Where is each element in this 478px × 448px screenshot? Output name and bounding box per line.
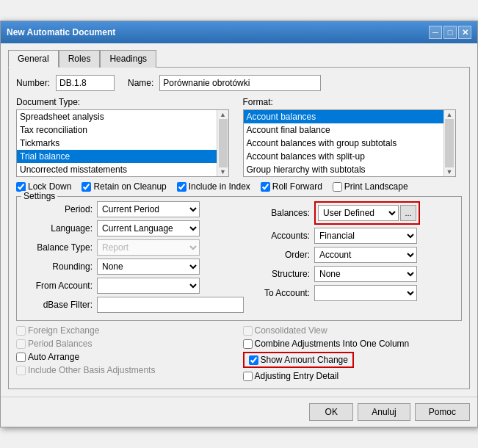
format-scrollbar[interactable]: ▲ ▼: [443, 110, 455, 176]
print-landscape-checkbox-item: Print Landscape: [333, 181, 408, 192]
tab-bar: General Roles Headings: [8, 49, 470, 67]
auto-arrange-checkbox[interactable]: [16, 353, 26, 362]
adjusting-entry-checkbox[interactable]: [243, 372, 253, 381]
number-name-row: Number: Name:: [16, 75, 462, 91]
structure-row: Structure: None Group Custom: [251, 266, 455, 282]
list-item[interactable]: Uncorrected misstatements: [17, 163, 217, 176]
lock-down-checkbox[interactable]: [16, 182, 26, 192]
adjusting-entry-item: Adjusting Entry Detail: [243, 371, 463, 381]
name-label: Name:: [128, 78, 153, 88]
doc-type-label: Document Type:: [16, 97, 80, 107]
format-label: Format:: [243, 97, 273, 107]
dbase-filter-input[interactable]: [97, 297, 244, 313]
include-other-item: Include Other Basis Adjustments: [16, 365, 236, 375]
checkboxes-row: Lock Down Retain on Cleanup Include in I…: [16, 181, 462, 192]
list-item[interactable]: Spreadsheet analysis: [17, 110, 217, 123]
structure-label: Structure:: [251, 269, 310, 279]
show-amount-highlighted: Show Amount Change: [243, 352, 354, 368]
doc-type-scrollbar[interactable]: ▲ ▼: [217, 110, 228, 176]
format-listbox-container: Account balances Account final balance A…: [243, 109, 456, 177]
from-account-label: From Account:: [23, 281, 93, 291]
language-row: Language: Current Language English Polis…: [23, 220, 244, 236]
to-account-select[interactable]: [314, 285, 417, 301]
scroll-track: [445, 119, 454, 167]
list-item[interactable]: Tickmarks: [17, 137, 217, 150]
tab-content-general: Number: Name: Document Type: Spreadsheet…: [8, 67, 470, 389]
order-label: Order:: [251, 250, 310, 260]
dialog-content: General Roles Headings Number: Name: Doc…: [1, 43, 477, 397]
help-button[interactable]: Pomoc: [415, 403, 470, 421]
period-row: Period: Current Period Prior Period Cust…: [23, 201, 244, 217]
period-select[interactable]: Current Period Prior Period Custom: [97, 201, 200, 217]
settings-box: Settings Period: Current Period Prior Pe…: [16, 196, 462, 321]
cancel-button[interactable]: Anuluj: [358, 403, 410, 421]
list-item[interactable]: Tax reconciliation: [17, 123, 217, 137]
maximize-button[interactable]: □: [443, 26, 457, 39]
structure-select[interactable]: None Group Custom: [314, 266, 417, 282]
consolidated-view-checkbox[interactable]: [243, 326, 253, 336]
consolidated-view-item: Consolidated View: [243, 325, 463, 336]
list-item[interactable]: Account balances with group subtotals: [244, 137, 443, 150]
include-other-checkbox[interactable]: [16, 366, 26, 375]
rounding-select[interactable]: None Thousands Millions: [97, 259, 200, 275]
show-amount-checkbox[interactable]: [249, 355, 258, 365]
to-account-label: To Account:: [251, 288, 310, 298]
scroll-down-icon[interactable]: ▼: [446, 167, 454, 176]
bottom-right-col: Consolidated View Combine Adjustments In…: [243, 325, 463, 381]
dbase-filter-row: dBase Filter:: [23, 297, 244, 313]
minimize-button[interactable]: ─: [429, 26, 442, 39]
format-col: Format: Account balances Account final b…: [243, 97, 463, 177]
retain-cleanup-checkbox[interactable]: [82, 182, 91, 192]
close-button[interactable]: ✕: [458, 26, 471, 39]
scroll-track: [219, 119, 228, 167]
tab-general[interactable]: General: [8, 50, 59, 68]
include-index-checkbox-item: Include in Index: [177, 181, 250, 192]
roll-forward-checkbox[interactable]: [261, 182, 270, 192]
order-select[interactable]: Account Name Custom: [314, 247, 417, 263]
combine-adjustments-checkbox[interactable]: [243, 339, 253, 349]
language-label: Language:: [23, 223, 93, 234]
title-bar: New Automatic Document ─ □ ✕: [1, 21, 477, 43]
period-balances-checkbox[interactable]: [16, 339, 26, 349]
foreign-exchange-item: Foreign Exchange: [16, 325, 236, 336]
scroll-up-icon[interactable]: ▲: [446, 110, 454, 119]
period-balances-label: Period Balances: [28, 339, 92, 349]
balance-type-select[interactable]: Report: [97, 239, 200, 256]
print-landscape-checkbox[interactable]: [333, 182, 342, 192]
doc-type-listbox[interactable]: Spreadsheet analysis Tax reconciliation …: [17, 110, 217, 176]
include-index-checkbox[interactable]: [177, 182, 187, 192]
dbase-filter-label: dBase Filter:: [23, 300, 93, 310]
show-amount-label: Show Amount Change: [261, 355, 348, 365]
balances-dots-button[interactable]: ...: [400, 205, 416, 221]
list-item[interactable]: Account balances with split-up: [244, 150, 443, 163]
tab-roles[interactable]: Roles: [59, 50, 101, 68]
adjusting-entry-label: Adjusting Entry Detail: [255, 371, 339, 381]
list-item[interactable]: Account final balance: [244, 123, 443, 137]
scroll-up-icon[interactable]: ▲: [219, 110, 227, 119]
list-item[interactable]: Group hierarchy with subtotals: [244, 163, 443, 176]
tab-headings[interactable]: Headings: [100, 50, 156, 68]
lock-down-checkbox-item: Lock Down: [16, 181, 71, 192]
list-item-selected[interactable]: Account balances: [244, 110, 443, 123]
settings-right-col: Balances: User Defined Working Final ...: [251, 201, 455, 316]
print-landscape-label: Print Landscape: [344, 181, 408, 192]
from-account-select[interactable]: [97, 278, 200, 294]
scroll-down-icon[interactable]: ▼: [219, 167, 227, 176]
doc-type-listbox-container: Spreadsheet analysis Tax reconciliation …: [16, 109, 229, 177]
bottom-checkboxes: Foreign Exchange Period Balances Auto Ar…: [16, 325, 462, 381]
ok-button[interactable]: OK: [309, 403, 353, 421]
list-item-selected[interactable]: Trial balance: [17, 150, 217, 163]
name-input[interactable]: [159, 75, 321, 91]
rounding-label: Rounding:: [23, 261, 93, 272]
auto-arrange-item: Auto Arrange: [16, 352, 236, 362]
accounts-select[interactable]: Financial All Tax: [314, 228, 417, 244]
balances-row: Balances: User Defined Working Final ...: [251, 201, 455, 225]
number-input[interactable]: [56, 75, 115, 91]
format-listbox[interactable]: Account balances Account final balance A…: [244, 110, 443, 176]
balances-label: Balances:: [251, 208, 310, 218]
retain-cleanup-checkbox-item: Retain on Cleanup: [82, 181, 166, 192]
balances-select[interactable]: User Defined Working Final: [318, 205, 399, 221]
foreign-exchange-checkbox[interactable]: [16, 326, 26, 336]
auto-arrange-label: Auto Arrange: [28, 352, 79, 362]
language-select[interactable]: Current Language English Polish: [97, 220, 200, 236]
